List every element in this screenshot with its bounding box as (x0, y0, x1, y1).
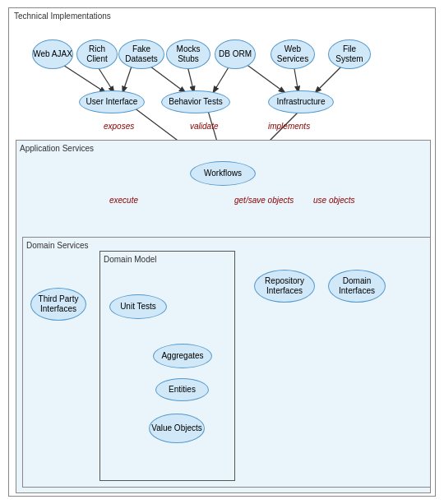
node-repository-interfaces: Repository Interfaces (254, 270, 315, 303)
node-third-party-interfaces: Third Party Interfaces (30, 288, 86, 321)
node-rich-client: Rich Client (76, 39, 118, 69)
app-services-label: Application Services (20, 144, 94, 153)
node-file-system: File System (328, 39, 371, 69)
main-container: Technical Implementations Web AJAX Rich … (8, 7, 436, 497)
label-exposes: exposes (104, 122, 134, 131)
node-db-orm: DB ORM (215, 39, 256, 69)
node-domain-interfaces: Domain Interfaces (328, 270, 386, 303)
node-fake-datasets: Fake Datasets (118, 39, 164, 69)
node-workflows: Workflows (190, 161, 256, 186)
domain-services-label: Domain Services (26, 241, 89, 250)
tech-impl-label: Technical Implementations (14, 12, 111, 21)
node-aggregates: Aggregates (153, 344, 212, 368)
label-get-save: get/save objects (234, 196, 294, 205)
label-implements: implements (268, 122, 310, 131)
label-validate: validate (190, 122, 218, 131)
label-use-objects: use objects (313, 196, 355, 205)
node-infrastructure: Infrastructure (268, 90, 334, 113)
label-execute: execute (109, 196, 138, 205)
node-entities: Entities (155, 378, 209, 401)
node-behavior-tests: Behavior Tests (161, 90, 230, 113)
node-user-interface: User Interface (79, 90, 145, 113)
node-web-services: Web Services (271, 39, 315, 69)
node-mocks-stubs: Mocks Stubs (166, 39, 210, 69)
domain-model-label: Domain Model (104, 255, 156, 264)
node-unit-tests: Unit Tests (109, 294, 167, 319)
node-value-objects: Value Objects (149, 414, 205, 443)
node-web-ajax: Web AJAX (32, 39, 73, 69)
